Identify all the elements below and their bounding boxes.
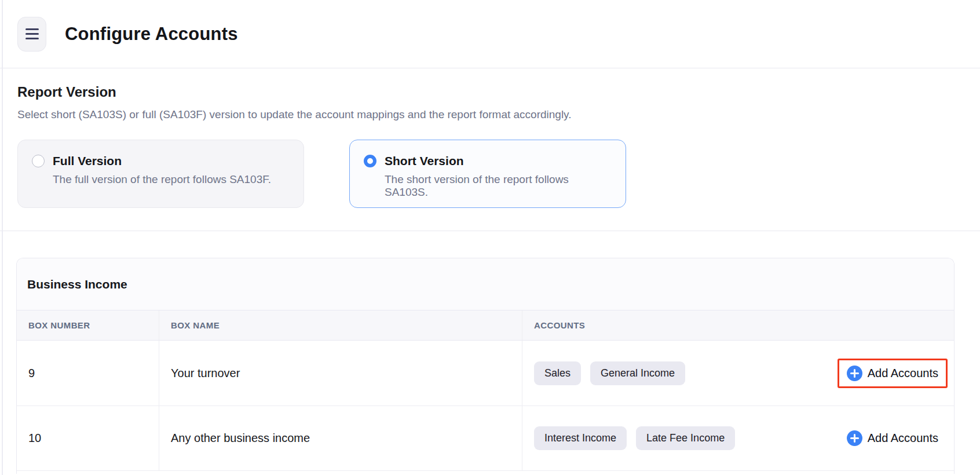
red-highlight-annotation: Add Accounts	[838, 359, 948, 388]
column-header-box-name: BOX NAME	[159, 310, 522, 340]
account-tag[interactable]: Late Fee Income	[636, 426, 735, 450]
option-full-version[interactable]: Full Version The full version of the rep…	[17, 140, 304, 208]
business-income-title: Business Income	[17, 258, 954, 310]
box-name-cell: Any other business income	[159, 406, 522, 470]
radio-unselected-icon[interactable]	[32, 155, 45, 167]
table-row: 10 Any other business income Interest In…	[17, 405, 954, 470]
add-accounts-label: Add Accounts	[868, 432, 938, 445]
account-tag[interactable]: General Income	[590, 361, 685, 385]
option-label: Short Version	[385, 154, 464, 168]
option-label: Full Version	[53, 154, 122, 168]
account-tag[interactable]: Sales	[534, 361, 581, 385]
radio-selected-icon[interactable]	[364, 155, 376, 167]
box-number-cell: 9	[17, 341, 159, 405]
table-header-row: BOX NUMBER BOX NAME ACCOUNTS	[17, 310, 954, 341]
add-accounts-button[interactable]: Add Accounts	[847, 430, 938, 446]
add-accounts-label: Add Accounts	[868, 367, 938, 380]
add-accounts-button[interactable]: Add Accounts	[847, 366, 938, 381]
column-header-accounts: ACCOUNTS	[522, 310, 954, 340]
add-accounts-container: Add Accounts	[838, 423, 948, 453]
option-short-version[interactable]: Short Version The short version of the r…	[349, 140, 626, 208]
hamburger-icon	[25, 28, 39, 30]
account-tag[interactable]: Interest Income	[534, 426, 627, 450]
next-row-clipped	[17, 470, 954, 474]
business-income-card: Business Income BOX NUMBER BOX NAME ACCO…	[16, 258, 955, 474]
report-version-description: Select short (SA103S) or full (SA103F) v…	[17, 107, 964, 122]
box-name-cell: Your turnover	[159, 341, 522, 405]
option-description: The short version of the report follows …	[385, 173, 612, 199]
accounts-cell: Interest Income Late Fee Income Add Acco…	[522, 406, 954, 470]
plus-circle-icon	[847, 430, 862, 446]
box-number-cell: 10	[17, 406, 159, 470]
panel-left-border	[2, 0, 3, 475]
accounts-cell: Sales General Income Add Accounts	[522, 341, 954, 405]
table-row: 9 Your turnover Sales General Income Add…	[17, 341, 954, 405]
section-divider	[0, 231, 980, 231]
report-version-options: Full Version The full version of the rep…	[17, 140, 964, 208]
top-header-bar: Configure Accounts	[0, 0, 980, 68]
report-version-heading: Report Version	[17, 84, 964, 100]
configure-accounts-page: Configure Accounts Report Version Select…	[0, 0, 980, 475]
hamburger-menu-button[interactable]	[17, 17, 46, 52]
column-header-box-number: BOX NUMBER	[17, 310, 159, 340]
option-description: The full version of the report follows S…	[53, 173, 290, 186]
plus-circle-icon	[847, 366, 862, 381]
page-title: Configure Accounts	[65, 24, 238, 45]
